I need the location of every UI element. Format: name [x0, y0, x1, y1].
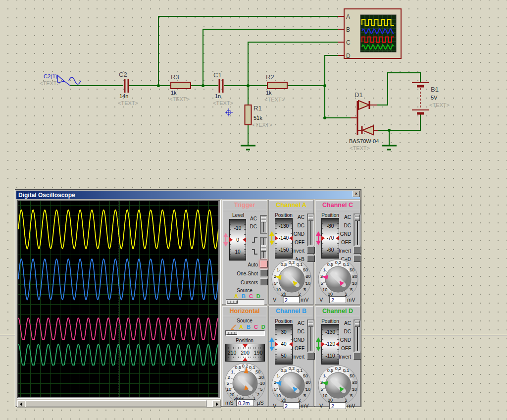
- switch-thumb[interactable]: [261, 245, 266, 252]
- divider: [223, 210, 266, 211]
- invert-button[interactable]: [354, 353, 361, 360]
- window-titlebar[interactable]: Digital Oscilloscope: [16, 191, 360, 199]
- invert-button[interactable]: [307, 247, 315, 254]
- dial-label: 5: [274, 281, 276, 286]
- left-arrow-icon: [20, 402, 22, 406]
- one-shot-button[interactable]: [260, 269, 268, 276]
- component-d1[interactable]: D1 BAS70W-04 <TEXT>: [349, 91, 379, 151]
- scroll-thumb[interactable]: [26, 400, 206, 407]
- divider: [316, 316, 359, 317]
- scroll-left-button[interactable]: [17, 400, 25, 407]
- switch-thumb[interactable]: [308, 214, 313, 221]
- oscilloscope-component[interactable]: A B C D: [338, 9, 401, 59]
- up-arrow-icon: [223, 233, 228, 237]
- d1-ref: D1: [355, 91, 363, 99]
- slider-thumb[interactable]: [227, 300, 238, 304]
- slider-thumb[interactable]: [226, 331, 237, 335]
- arrow-stem: [271, 236, 272, 241]
- down-arrow-icon: [316, 347, 321, 351]
- coupling-switch[interactable]: [307, 319, 314, 352]
- source-letter-b: B: [242, 293, 246, 299]
- position-value: 210: [228, 350, 237, 356]
- switch-thumb[interactable]: [308, 320, 313, 327]
- dial-label: 5: [320, 387, 323, 392]
- up-arrow-icon: [269, 337, 274, 342]
- source-letter-a: A: [234, 293, 238, 299]
- switch-thumb[interactable]: [355, 214, 360, 221]
- dc-label: DC: [242, 224, 257, 229]
- source-letter-c: C: [254, 324, 258, 330]
- coupling-switch[interactable]: [354, 319, 361, 352]
- component-c1[interactable]: C1 1n <TEXT>: [213, 71, 233, 106]
- channel-title: Channel D: [315, 308, 360, 315]
- auto-label: Auto: [231, 262, 258, 267]
- pin-label-c: C: [346, 39, 351, 46]
- horizontal-panel-title: Horizontal: [222, 308, 267, 315]
- horizontal-source-slider[interactable]: [225, 330, 265, 336]
- one-shot-label: One-Shot: [231, 271, 258, 276]
- switch-thumb[interactable]: [261, 216, 266, 222]
- right-arrow-icon: [216, 402, 218, 406]
- coupling-switch[interactable]: [307, 213, 314, 246]
- component-r1[interactable]: R1 51k <TEXT>: [245, 105, 272, 128]
- position-adjust-arrows-icon[interactable]: [269, 231, 275, 245]
- dial-label: 20: [305, 274, 310, 279]
- dial-label: 10: [322, 393, 327, 398]
- invert-button[interactable]: [307, 353, 315, 360]
- b1-text-placeholder: <TEXT>: [429, 102, 450, 108]
- cursors-button[interactable]: [260, 278, 268, 285]
- trigger-cursor-line[interactable]: [118, 201, 118, 397]
- up-arrow-icon: [316, 231, 321, 236]
- trigger-edge-switch[interactable]: [260, 237, 267, 260]
- trigger-coupling-switch[interactable]: [260, 215, 267, 234]
- dial-label: 0.5: [281, 368, 287, 373]
- timebase-value[interactable]: 0.2m: [236, 399, 254, 406]
- switch-thumb[interactable]: [355, 320, 360, 327]
- dial-label: 5: [226, 381, 229, 386]
- position-adjust-arrows-icon[interactable]: [269, 337, 275, 351]
- b1-ref: B1: [431, 86, 439, 93]
- auto-button[interactable]: [260, 261, 268, 267]
- dial-label: 10: [305, 281, 310, 286]
- signal-source[interactable]: C2(1) <TEXT>: [40, 73, 81, 86]
- dial-label: 5: [320, 281, 323, 286]
- coupling-label-ac: AC: [332, 214, 351, 220]
- d1-text-placeholder: <TEXT>: [350, 145, 370, 151]
- scroll-right-button[interactable]: [212, 400, 220, 407]
- dial-label: 10: [276, 287, 281, 292]
- dial-label: 0.1: [343, 262, 350, 267]
- unit-v: V: [273, 403, 276, 409]
- gain-value[interactable]: 2: [283, 402, 300, 409]
- component-r3[interactable]: R3 1k <TEXT>: [169, 73, 191, 102]
- display-scrollbar[interactable]: [17, 400, 221, 408]
- invert-label: Invert: [332, 354, 351, 360]
- gain-value[interactable]: 2: [329, 402, 346, 409]
- dial-label: 50: [255, 369, 260, 374]
- position-value: 200: [241, 350, 250, 356]
- horizontal-position-drum[interactable]: 210 200 190: [225, 344, 265, 362]
- up-arrow-icon: [316, 337, 321, 342]
- position-adjust-arrows-icon[interactable]: [315, 337, 321, 351]
- dial-label: 10: [276, 393, 281, 398]
- c2-value: 14n: [119, 93, 128, 99]
- close-button[interactable]: ×: [353, 191, 360, 197]
- position-adjust-arrows-icon[interactable]: [315, 231, 321, 245]
- component-b1[interactable]: B1 5V <TEXT>: [412, 83, 450, 113]
- gain-value[interactable]: 2: [283, 296, 300, 303]
- unit-v: V: [319, 403, 323, 409]
- down-arrow-icon: [316, 241, 321, 245]
- trigger-source-letters: A B C D: [234, 293, 260, 299]
- component-r2[interactable]: R2 1k <TEXT>: [264, 73, 287, 103]
- component-c2[interactable]: C2 14n <TEXT>: [118, 71, 138, 106]
- invert-button[interactable]: [354, 247, 361, 254]
- scope-display[interactable]: [18, 201, 218, 397]
- r3-ref: R3: [171, 73, 179, 81]
- window-title: Digital Oscilloscope: [18, 192, 75, 199]
- c2-text-placeholder: <TEXT>: [118, 100, 138, 106]
- gain-value[interactable]: 2: [329, 296, 346, 303]
- coupling-switch[interactable]: [354, 213, 361, 246]
- level-adjust-arrows-icon[interactable]: [223, 233, 229, 247]
- rising-edge-icon: [252, 237, 258, 243]
- trigger-source-slider[interactable]: [226, 299, 264, 305]
- drum-marker-left-icon: [321, 236, 325, 241]
